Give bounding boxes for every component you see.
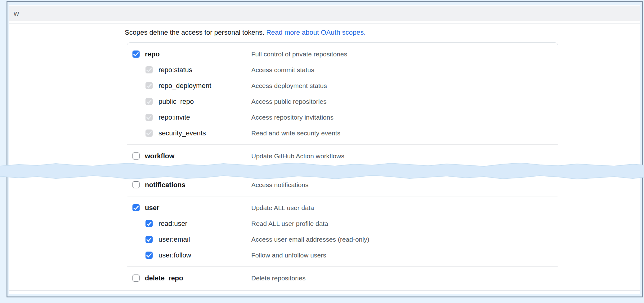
scope-label[interactable]: workflow (145, 152, 174, 160)
scope-label[interactable]: user:follow (159, 251, 191, 259)
scope-description: Access repository invitations (251, 114, 333, 121)
checkbox-user[interactable] (132, 204, 140, 211)
scope-label: repo:invite (159, 113, 190, 121)
checkbox-delete-repo[interactable] (132, 274, 140, 282)
scope-description: Access deployment status (251, 82, 327, 90)
checkbox-repo-invite (145, 114, 153, 121)
header-bar-text: w (14, 9, 19, 18)
scope-row-user: user Update ALL user data (127, 200, 558, 216)
page-content: w Scopes define the access for personal … (9, 5, 640, 294)
scope-description: Read and write security events (251, 130, 340, 137)
content-bottom-divider (9, 290, 640, 291)
collapsed-header-bar: w (9, 6, 640, 21)
scope-row-repo-invite: repo:invite Access repository invitation… (127, 109, 558, 125)
scope-description: Access notifications (251, 181, 308, 189)
checkbox-security-events (145, 130, 153, 137)
checkbox-repo[interactable] (132, 50, 140, 58)
scope-description: Update GitHub Action workflows (251, 152, 344, 160)
scope-label[interactable]: read:user (159, 220, 187, 228)
scope-group-notifications: notifications Access notifications (127, 173, 558, 196)
scope-row-workflow: workflow Update GitHub Action workflows (127, 148, 558, 164)
checkbox-repo-deployment (145, 82, 153, 89)
browser-frame: w Scopes define the access for personal … (7, 1, 643, 297)
scope-description: Update ALL user data (251, 204, 314, 212)
scope-description: Follow and unfollow users (251, 252, 326, 259)
scopes-note-text: Scopes define the access for personal to… (125, 29, 264, 36)
scope-description: Read ALL user profile data (251, 220, 328, 227)
scope-row-notifications: notifications Access notifications (127, 177, 558, 193)
scopes-note: Scopes define the access for personal to… (125, 28, 640, 37)
scope-description: Access commit status (251, 66, 314, 74)
scope-description: Access public repositories (251, 98, 327, 105)
scope-label: repo:status (159, 66, 192, 74)
scope-group-repo: repo Full control of private repositorie… (127, 43, 558, 144)
checkbox-read-user[interactable] (145, 220, 153, 227)
scope-row-repo: repo Full control of private repositorie… (127, 46, 558, 62)
hidden-torn-region (127, 167, 558, 173)
scope-description: Full control of private repositories (251, 50, 347, 58)
scope-label[interactable]: user (145, 204, 159, 212)
scope-row-security-events: security_events Read and write security … (127, 125, 558, 141)
scope-group-delete-repo: delete_repo Delete repositories (127, 267, 558, 288)
checkbox-workflow[interactable] (132, 152, 140, 160)
checkbox-user-email[interactable] (145, 236, 153, 243)
scope-label[interactable]: user:email (159, 235, 190, 244)
scope-row-delete-repo: delete_repo Delete repositories (127, 270, 558, 286)
scope-row-user-email: user:email Access user email addresses (… (127, 231, 558, 247)
scope-label[interactable]: repo (145, 50, 160, 58)
oauth-scopes-link[interactable]: Read more about OAuth scopes. (266, 29, 365, 36)
checkbox-public-repo (145, 98, 153, 105)
scopes-list: repo Full control of private repositorie… (127, 42, 558, 291)
scope-row-user-follow: user:follow Follow and unfollow users (127, 247, 558, 263)
scope-label[interactable]: notifications (145, 181, 186, 189)
checkbox-repo-status (145, 66, 153, 73)
checkbox-notifications[interactable] (132, 181, 140, 188)
scope-group-user: user Update ALL user data read:user Read… (127, 196, 558, 266)
scope-row-repo-deployment: repo_deployment Access deployment status (127, 78, 558, 94)
scope-label: repo_deployment (159, 82, 211, 90)
scope-label: public_repo (159, 98, 194, 106)
scope-row-read-user: read:user Read ALL user profile data (127, 216, 558, 231)
scope-row-public-repo: public_repo Access public repositories (127, 94, 558, 109)
token-scopes-section: Scopes define the access for personal to… (9, 24, 640, 291)
checkbox-user-follow[interactable] (145, 252, 153, 259)
scope-row-repo-status: repo:status Access commit status (127, 62, 558, 78)
scope-description: Delete repositories (251, 274, 306, 282)
scope-group-workflow: workflow Update GitHub Action workflows (127, 145, 558, 167)
scope-description: Access user email addresses (read-only) (251, 236, 369, 243)
scope-label: security_events (159, 129, 206, 137)
scope-label[interactable]: delete_repo (145, 274, 183, 282)
